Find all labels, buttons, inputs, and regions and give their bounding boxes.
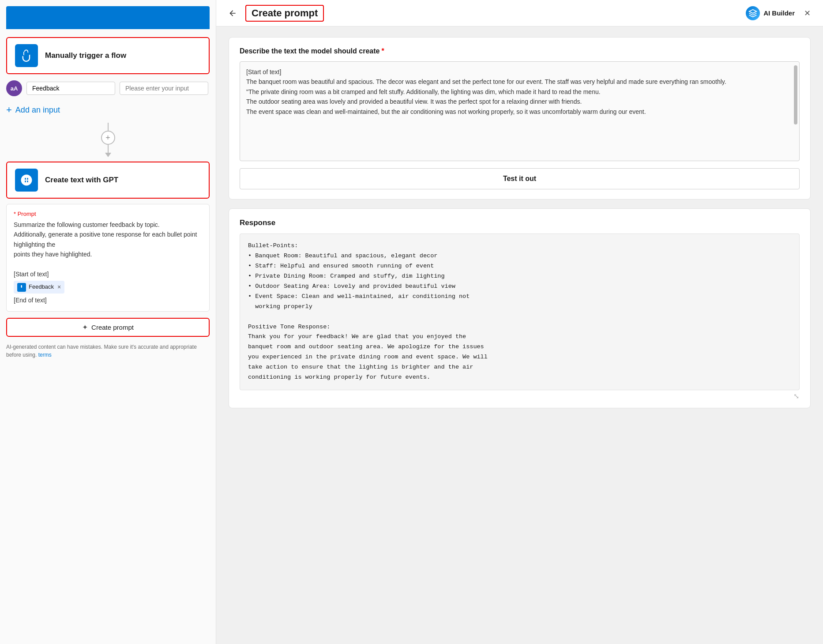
page-title: Create prompt: [252, 8, 318, 19]
response-card: Response Bullet-Points: • Banquet Room: …: [229, 208, 811, 408]
sparkle-icon: ✦: [82, 323, 88, 331]
page-title-box: Create prompt: [245, 5, 324, 22]
prompt-section: * Prompt Summarize the following custome…: [6, 204, 210, 312]
top-bar: [6, 6, 210, 29]
trigger-label: Manually trigger a flow: [45, 51, 126, 60]
textarea-scrollbar[interactable]: [794, 65, 797, 124]
ai-builder-logo-icon: [746, 6, 760, 20]
right-panel: Create prompt AI Builder ✕ Describe the …: [216, 0, 823, 644]
response-box: Bullet-Points: • Banquet Room: Beautiful…: [240, 233, 800, 390]
required-marker: *: [381, 47, 384, 55]
ai-notice-link[interactable]: terms: [38, 352, 52, 358]
feedback-placeholder-field[interactable]: [120, 82, 208, 95]
connector-arrow: [105, 153, 111, 157]
input-row: aA: [6, 80, 210, 96]
ai-notice: AI-generated content can have mistakes. …: [6, 343, 210, 359]
ai-builder-logo: AI Builder: [746, 6, 795, 20]
prompt-label: * Prompt: [14, 211, 202, 217]
connector-area: +: [0, 123, 216, 157]
response-resize-handle[interactable]: ⤡: [240, 392, 800, 398]
response-title: Response: [240, 218, 800, 227]
gpt-label: Create text with GPT: [45, 176, 118, 185]
prompt-textarea[interactable]: [240, 62, 799, 159]
feedback-label-field[interactable]: [26, 82, 115, 95]
avatar: aA: [6, 80, 22, 96]
trigger-block[interactable]: Manually trigger a flow: [6, 37, 210, 74]
test-it-out-button[interactable]: Test it out: [240, 168, 800, 189]
left-panel: Manually trigger a flow aA + Add an inpu…: [0, 0, 216, 644]
right-header: Create prompt AI Builder ✕: [216, 0, 823, 26]
add-input-row[interactable]: + Add an input: [6, 104, 210, 116]
right-content: Describe the text the model should creat…: [216, 26, 823, 644]
add-input-label: Add an input: [15, 105, 60, 115]
ai-builder-label: AI Builder: [763, 9, 795, 17]
resize-icon[interactable]: ⤡: [793, 392, 800, 398]
gpt-icon: [15, 169, 38, 192]
prompt-text: Summarize the following customer feedbac…: [14, 220, 202, 305]
prompt-textarea-wrapper: [240, 61, 800, 161]
close-button[interactable]: ✕: [800, 6, 814, 20]
back-button[interactable]: [225, 6, 240, 21]
trigger-icon: [15, 44, 38, 67]
feedback-tag[interactable]: Feedback ×: [14, 281, 64, 293]
feedback-tag-icon: [17, 283, 26, 292]
gpt-block[interactable]: Create text with GPT: [6, 162, 210, 199]
create-prompt-button[interactable]: ✦ Create prompt: [6, 318, 210, 337]
feedback-tag-close[interactable]: ×: [57, 282, 61, 292]
describe-card: Describe the text the model should creat…: [229, 37, 811, 200]
add-input-plus-icon: +: [6, 104, 12, 116]
describe-title: Describe the text the model should creat…: [240, 47, 800, 55]
connector-line-bottom: [108, 145, 109, 153]
connector-line-top: [108, 123, 109, 131]
connector-plus[interactable]: +: [101, 131, 115, 145]
